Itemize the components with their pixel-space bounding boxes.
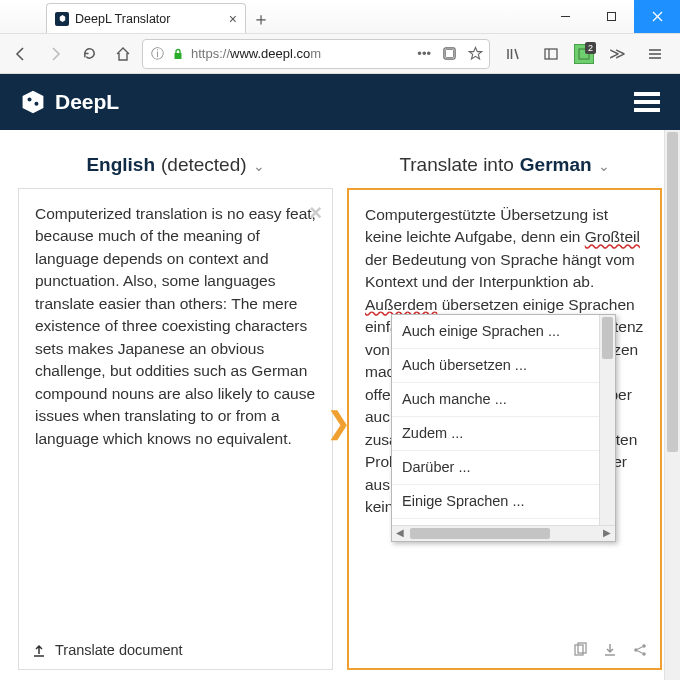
lock-icon <box>170 46 186 62</box>
svg-rect-7 <box>445 49 453 57</box>
share-icon[interactable] <box>632 642 648 658</box>
alternative-item[interactable]: Darüber ... <box>392 451 615 485</box>
svg-rect-2 <box>607 13 615 21</box>
site-info-icon[interactable]: ⓘ <box>149 46 165 62</box>
svg-point-21 <box>634 648 638 652</box>
alternative-item[interactable]: Zudem ... <box>392 417 615 451</box>
translate-document-button[interactable]: Translate document <box>55 640 183 661</box>
target-language-selector[interactable]: Translate into German ⌄ <box>347 148 662 188</box>
translation-content: English (detected) ⌄ × Computerized tran… <box>0 130 680 680</box>
target-pane: Translate into German ⌄ Computergestützt… <box>347 148 662 670</box>
page-actions-icon[interactable]: ••• <box>417 46 431 61</box>
sidebar-icon[interactable] <box>536 39 566 69</box>
alternative-item[interactable]: Auch einige Sprachen ... <box>392 315 615 349</box>
browser-tab[interactable]: DeepL Translator × <box>46 3 246 33</box>
upload-icon[interactable] <box>31 643 47 659</box>
new-tab-button[interactable]: ＋ <box>246 4 276 33</box>
menu-button[interactable] <box>634 88 660 116</box>
scroll-right-icon[interactable]: ▶ <box>599 526 615 541</box>
source-language-selector[interactable]: English (detected) ⌄ <box>18 148 333 188</box>
deepl-logo-icon <box>20 89 46 115</box>
svg-rect-11 <box>545 49 557 59</box>
svg-point-23 <box>642 652 646 656</box>
window-minimize-button[interactable] <box>542 0 588 33</box>
target-language-label: German <box>520 154 592 176</box>
overflow-menu-icon[interactable]: ≫ <box>602 39 632 69</box>
window-maximize-button[interactable] <box>588 0 634 33</box>
browser-toolbar: ⓘ https://www.deepl.com ••• 2 ≫ <box>0 34 680 74</box>
brand-logo[interactable]: DeepL <box>20 89 119 115</box>
tab-close-icon[interactable]: × <box>229 11 237 27</box>
library-icon[interactable] <box>498 39 528 69</box>
target-bottom-bar <box>349 632 660 668</box>
svg-point-22 <box>642 644 646 648</box>
svg-line-25 <box>638 651 643 653</box>
svg-point-18 <box>34 102 38 106</box>
extension-badge[interactable]: 2 <box>574 44 594 64</box>
svg-line-10 <box>515 49 518 59</box>
source-detected-label: (detected) <box>161 154 247 176</box>
forward-button[interactable] <box>40 39 70 69</box>
alternative-item[interactable]: Einige Sprachen ... <box>392 485 615 519</box>
chevron-down-icon: ⌄ <box>253 158 265 174</box>
alternatives-popup: Auch einige Sprachen ... Auch übersetzen… <box>391 314 616 542</box>
source-language-label: English <box>86 154 155 176</box>
app-menu-icon[interactable] <box>640 39 670 69</box>
window-buttons <box>542 0 680 33</box>
window-close-button[interactable] <box>634 0 680 33</box>
target-header-prefix: Translate into <box>399 154 513 176</box>
alternatives-list: Auch einige Sprachen ... Auch übersetzen… <box>392 315 615 525</box>
clear-source-icon[interactable]: × <box>309 197 322 229</box>
home-button[interactable] <box>108 39 138 69</box>
reader-mode-icon[interactable] <box>441 46 457 62</box>
window-titlebar: DeepL Translator × ＋ <box>0 0 680 34</box>
address-bar[interactable]: ⓘ https://www.deepl.com ••• <box>142 39 490 69</box>
chevron-down-icon: ⌄ <box>598 158 610 174</box>
popup-horizontal-scrollbar[interactable]: ◀ ▶ <box>392 525 615 541</box>
source-pane: English (detected) ⌄ × Computerized tran… <box>18 148 333 670</box>
svg-rect-5 <box>175 53 182 59</box>
svg-line-24 <box>638 647 643 649</box>
popup-vertical-scrollbar[interactable] <box>599 315 615 525</box>
source-bottom-bar: Translate document <box>19 633 332 669</box>
extension-badge-count: 2 <box>585 42 596 54</box>
back-button[interactable] <box>6 39 36 69</box>
reload-button[interactable] <box>74 39 104 69</box>
svg-point-17 <box>28 97 32 101</box>
tab-favicon <box>55 12 69 26</box>
source-text-box[interactable]: × Computerized translation is no easy fe… <box>18 188 333 670</box>
target-text-box[interactable]: Computergestützte Übersetzung ist keine … <box>347 188 662 670</box>
bookmark-star-icon[interactable] <box>467 46 483 62</box>
download-icon[interactable] <box>602 642 618 658</box>
source-text[interactable]: Computerized translation is no easy feat… <box>35 203 316 450</box>
url-text: https://www.deepl.com <box>191 46 412 61</box>
app-header: DeepL <box>0 74 680 130</box>
scroll-left-icon[interactable]: ◀ <box>392 526 408 541</box>
alternative-item[interactable]: Auch übersetzen ... <box>392 349 615 383</box>
brand-name: DeepL <box>55 90 119 114</box>
tab-title: DeepL Translator <box>75 12 170 26</box>
page-vertical-scrollbar[interactable] <box>664 130 680 680</box>
alternative-item[interactable]: Auch manche ... <box>392 383 615 417</box>
copy-icon[interactable] <box>572 642 588 658</box>
